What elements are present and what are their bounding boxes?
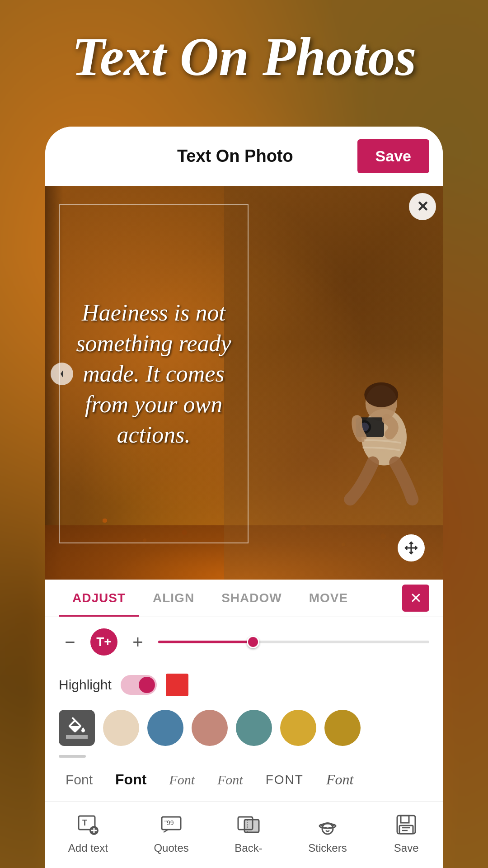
background-icon <box>235 811 262 838</box>
tab-align[interactable]: ALIGN <box>139 580 208 617</box>
color-swatch-dusty-rose[interactable] <box>192 710 228 746</box>
save-nav-icon <box>393 811 420 838</box>
nav-quotes[interactable]: "99 Quotes <box>154 811 188 854</box>
left-resize-handle[interactable] <box>51 363 73 385</box>
font-option-4[interactable]: Font <box>211 768 250 792</box>
nav-save-label: Save <box>394 842 419 854</box>
svg-point-19 <box>325 827 327 829</box>
font-row: Font Font Font Font FONT Font <box>45 762 443 802</box>
paint-bucket-button[interactable] <box>59 710 95 746</box>
stickers-icon <box>314 811 341 838</box>
nav-background[interactable]: Back- <box>235 811 262 854</box>
svg-rect-22 <box>401 816 409 823</box>
svg-point-20 <box>328 827 330 829</box>
color-swatch-steel-blue[interactable] <box>147 710 183 746</box>
save-button[interactable]: Save <box>357 139 429 173</box>
bottom-panel: ADJUST ALIGN SHADOW MOVE ✕ − T+ + Highli… <box>45 580 443 868</box>
app-title: Text On Photos <box>27 27 461 87</box>
highlight-row: Highlight <box>45 667 443 705</box>
size-controls: − T+ + <box>45 617 443 667</box>
size-slider[interactable] <box>158 641 429 643</box>
tab-adjust[interactable]: ADJUST <box>59 580 139 617</box>
color-swatch-golden[interactable] <box>280 710 316 746</box>
slider-track <box>158 641 253 643</box>
header-title: Text On Photo <box>113 146 357 166</box>
tab-bar: ADJUST ALIGN SHADOW MOVE ✕ <box>45 580 443 617</box>
scroll-indicator <box>59 755 86 758</box>
nav-save[interactable]: Save <box>393 811 420 854</box>
tab-move[interactable]: MOVE <box>296 580 361 617</box>
nav-background-label: Back- <box>235 842 262 854</box>
slider-thumb[interactable] <box>247 636 259 648</box>
nav-add-text[interactable]: T Add text <box>68 811 108 854</box>
color-swatch-teal[interactable] <box>236 710 272 746</box>
nav-add-text-label: Add text <box>68 842 108 854</box>
person-silhouette-area <box>224 186 443 580</box>
text-overlay-box[interactable]: Haeiness is not something ready made. It… <box>59 204 249 543</box>
add-text-icon: T <box>75 811 102 838</box>
color-swatch-cream[interactable] <box>103 710 139 746</box>
bottom-nav: T Add text "99 Quotes <box>45 802 443 868</box>
size-decrease-button[interactable]: − <box>59 632 81 652</box>
highlight-toggle[interactable] <box>121 675 157 695</box>
svg-rect-15 <box>244 820 259 832</box>
quote-text: Haeiness is not something ready made. It… <box>69 297 239 450</box>
font-option-1[interactable]: Font <box>59 768 99 792</box>
close-text-button[interactable]: ✕ <box>409 193 436 220</box>
quotes-icon: "99 <box>158 811 185 838</box>
resize-handle[interactable] <box>398 534 425 561</box>
font-option-5[interactable]: FONT <box>259 768 310 792</box>
font-option-6[interactable]: Font <box>319 767 360 793</box>
toggle-thumb <box>139 677 155 693</box>
highlight-color-swatch[interactable] <box>166 674 188 696</box>
tab-shadow[interactable]: SHADOW <box>208 580 296 617</box>
tab-close-button[interactable]: ✕ <box>402 585 429 612</box>
nav-quotes-label: Quotes <box>154 842 188 854</box>
font-option-3[interactable]: Font <box>162 768 202 792</box>
font-option-2[interactable]: Font <box>108 767 153 793</box>
svg-point-2 <box>364 382 398 407</box>
svg-text:"99: "99 <box>164 819 174 826</box>
photo-editing-area[interactable]: Haeiness is not something ready made. It… <box>45 186 443 580</box>
color-swatches-row <box>45 705 443 755</box>
text-size-icon[interactable]: T+ <box>90 628 117 656</box>
svg-rect-23 <box>399 826 413 834</box>
header-bar: Text On Photo Save <box>45 127 443 186</box>
color-swatch-dark-gold[interactable] <box>324 710 361 746</box>
phone-mockup: Text On Photo Save <box>45 127 443 868</box>
svg-text:T: T <box>82 818 87 827</box>
size-increase-button[interactable]: + <box>127 632 149 652</box>
nav-stickers[interactable]: Stickers <box>308 811 347 854</box>
person-with-camera <box>316 363 429 534</box>
highlight-label: Highlight <box>59 677 112 693</box>
nav-stickers-label: Stickers <box>308 842 347 854</box>
paint-bucket-icon <box>66 717 88 739</box>
